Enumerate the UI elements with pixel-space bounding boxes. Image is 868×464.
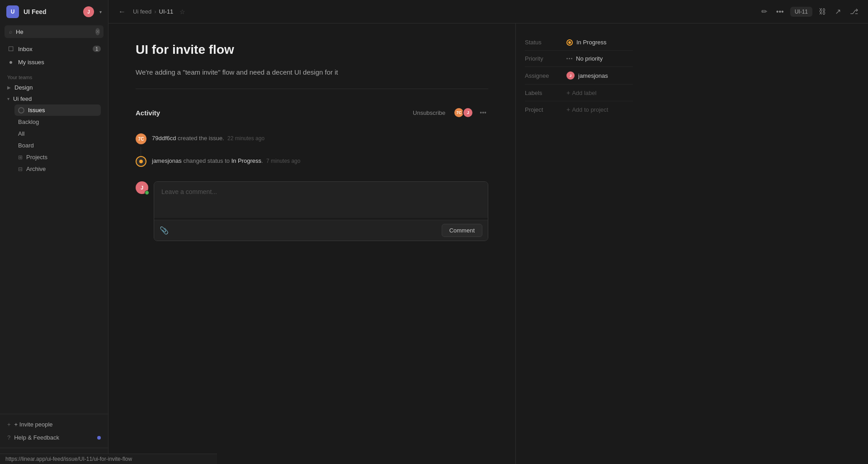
breadcrumb-separator: › bbox=[154, 8, 156, 15]
my-issues-icon: ● bbox=[7, 58, 14, 66]
app-title: UI Feed bbox=[24, 8, 79, 15]
avatar[interactable]: J bbox=[83, 6, 94, 17]
project-row: Project + Add to project bbox=[525, 101, 633, 118]
sidebar: U UI Feed J ▾ ⌕ ✕ ☐ Inbox 1 ● My issues … bbox=[0, 0, 108, 464]
edit-icon[interactable]: ✏ bbox=[759, 5, 770, 18]
share-icon[interactable]: ↗ bbox=[832, 5, 844, 18]
search-bar: ⌕ ✕ bbox=[5, 25, 104, 38]
main-area: ← Ui feed › UI-11 ☆ ✏ ••• UI-11 ⛓ ↗ ⎇ UI… bbox=[108, 0, 868, 464]
chevron-right-icon: ▶ bbox=[7, 85, 11, 90]
sidebar-item-my-issues[interactable]: ● My issues bbox=[4, 56, 104, 68]
avatar: J bbox=[462, 107, 473, 118]
breadcrumb-parent[interactable]: Ui feed bbox=[133, 8, 151, 15]
assignee-row: Assignee J jamesjonas bbox=[525, 67, 633, 85]
star-icon[interactable]: ☆ bbox=[179, 8, 185, 15]
app-header[interactable]: U UI Feed J ▾ bbox=[0, 0, 108, 24]
activity-list: 7C 79ddf6cd created the issue. 22 minute… bbox=[136, 127, 488, 172]
content-area: UI for invite flow We're adding a "team … bbox=[108, 24, 868, 464]
assignee-value[interactable]: J jamesjonas bbox=[566, 71, 608, 80]
sub-item-label: Issues bbox=[28, 107, 45, 114]
team-label: Design bbox=[14, 84, 33, 91]
priority-label: Priority bbox=[525, 55, 561, 62]
topbar: ← Ui feed › UI-11 ☆ ✏ ••• UI-11 ⛓ ↗ ⎇ bbox=[108, 0, 868, 24]
avatar: 7C bbox=[136, 133, 146, 144]
ui-feed-sub-nav: Issues Backlog All Board ⊞ Projects ⊟ Ar… bbox=[4, 104, 104, 175]
inbox-icon: ☐ bbox=[7, 45, 14, 52]
activity-title: Activity bbox=[136, 109, 405, 117]
sub-item-label: All bbox=[18, 130, 24, 137]
help-label: Help & Feedback bbox=[14, 434, 59, 441]
sidebar-item-archive[interactable]: ⊟ Archive bbox=[14, 163, 101, 175]
help-icon: ? bbox=[7, 434, 10, 441]
add-project-button[interactable]: + Add to project bbox=[566, 106, 608, 113]
attach-icon[interactable]: 📎 bbox=[160, 226, 169, 235]
avatar: J bbox=[136, 181, 148, 194]
labels-row: Labels + Add label bbox=[525, 85, 633, 101]
invite-people-button[interactable]: + + Invite people bbox=[4, 418, 104, 431]
status-url: https://linear.app/ui-feed/issue/UI-11/u… bbox=[5, 456, 132, 462]
close-icon[interactable]: ✕ bbox=[95, 28, 100, 35]
sidebar-item-board[interactable]: Board bbox=[14, 140, 101, 151]
activity-item: 7C 79ddf6cd created the issue. 22 minute… bbox=[136, 127, 488, 150]
sidebar-item-projects[interactable]: ⊞ Projects bbox=[14, 152, 101, 163]
plus-icon: + bbox=[566, 89, 570, 96]
more-options-icon[interactable]: ••• bbox=[478, 108, 488, 117]
app-icon: U bbox=[6, 5, 19, 18]
sidebar-item-ui-feed[interactable]: ▾ Ui feed bbox=[4, 93, 104, 104]
add-label-button[interactable]: + Add label bbox=[566, 89, 596, 96]
archive-icon: ⊟ bbox=[18, 166, 23, 172]
priority-value[interactable]: No priority bbox=[566, 55, 603, 62]
plus-icon: + bbox=[7, 421, 11, 428]
invite-label: + Invite people bbox=[14, 421, 53, 428]
sidebar-item-issues[interactable]: Issues bbox=[14, 104, 101, 116]
right-panel: Status In Progress Priority No pri bbox=[515, 24, 642, 464]
issue-main: UI for invite flow We're adding a "team … bbox=[108, 24, 515, 464]
teams-list: ▶ Design ▾ Ui feed Issues Backlog All Bo… bbox=[0, 82, 108, 175]
add-label-text: Add label bbox=[572, 90, 596, 96]
help-feedback-button[interactable]: ? Help & Feedback bbox=[4, 431, 104, 444]
search-input[interactable] bbox=[16, 28, 92, 35]
priority-text: No priority bbox=[576, 55, 603, 62]
status-text: In Progress bbox=[576, 39, 606, 46]
topbar-actions: ✏ ••• UI-11 ⛓ ↗ ⎇ bbox=[759, 5, 861, 18]
issue-id-badge: UI-11 bbox=[790, 7, 812, 17]
chevron-down-icon: ▾ bbox=[99, 9, 102, 14]
status-bar: https://linear.app/ui-feed/issue/UI-11/u… bbox=[0, 454, 217, 464]
comment-footer: 📎 Comment bbox=[154, 220, 488, 241]
chevron-down-icon: ▾ bbox=[7, 96, 9, 101]
grid-icon: ⊞ bbox=[18, 154, 23, 161]
sub-item-label: Backlog bbox=[18, 118, 39, 125]
comment-input-area: 📎 Comment bbox=[154, 181, 488, 241]
link-icon[interactable]: ⛓ bbox=[816, 6, 829, 18]
sub-item-label: Projects bbox=[26, 154, 47, 161]
activity-text: 79ddf6cd created the issue. 22 minutes a… bbox=[152, 133, 264, 143]
labels-label: Labels bbox=[525, 90, 561, 96]
priority-icon bbox=[566, 58, 572, 59]
sidebar-item-backlog[interactable]: Backlog bbox=[14, 116, 101, 128]
sidebar-item-label: My issues bbox=[18, 59, 44, 66]
comment-box: J 📎 Comment bbox=[136, 181, 488, 241]
branch-icon[interactable]: ⎇ bbox=[847, 5, 861, 18]
sidebar-item-all[interactable]: All bbox=[14, 128, 101, 139]
activity-avatars: 7C J bbox=[453, 107, 473, 118]
sidebar-item-design[interactable]: ▶ Design bbox=[4, 82, 104, 93]
comment-textarea[interactable] bbox=[154, 182, 488, 218]
status-value[interactable]: In Progress bbox=[566, 39, 606, 46]
comment-button[interactable]: Comment bbox=[442, 224, 482, 237]
sidebar-footer: + + Invite people ? Help & Feedback bbox=[0, 414, 108, 448]
status-avatar bbox=[136, 156, 146, 167]
teams-section-label: Your teams bbox=[0, 69, 108, 82]
unsubscribe-button[interactable]: Unsubscribe bbox=[409, 108, 449, 118]
sub-item-label: Archive bbox=[26, 166, 46, 172]
assignee-name: jamesjonas bbox=[578, 72, 608, 79]
sidebar-item-inbox[interactable]: ☐ Inbox 1 bbox=[4, 43, 104, 55]
status-row: Status In Progress bbox=[525, 34, 633, 51]
back-button[interactable]: ← bbox=[116, 6, 128, 18]
more-options-icon[interactable]: ••• bbox=[774, 6, 787, 18]
issue-description: We're adding a "team invite" flow and ne… bbox=[136, 67, 488, 89]
circle-icon bbox=[18, 107, 24, 114]
priority-row: Priority No priority bbox=[525, 51, 633, 67]
search-icon: ⌕ bbox=[9, 28, 12, 35]
notification-dot bbox=[97, 436, 101, 440]
activity-section: Activity Unsubscribe 7C J ••• 7C 79ddf6c… bbox=[136, 107, 488, 241]
